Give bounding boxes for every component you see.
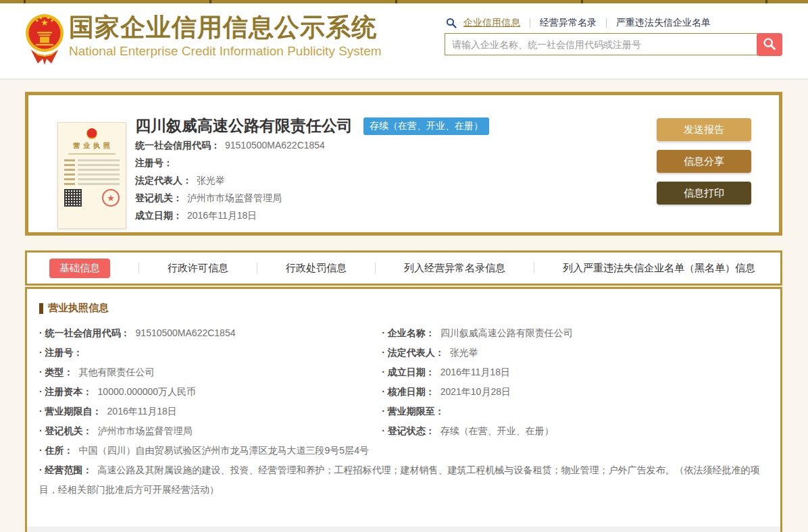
national-emblem-logo: ★ <box>24 11 65 70</box>
field-legal-representative: 法定代表人：张光举 <box>135 175 325 186</box>
license-decor-bottom: ★ <box>64 189 120 207</box>
tab-divider <box>375 263 376 273</box>
site-header: ★ 国家企业信用信息公示系统 National Enterprise Credi… <box>0 3 808 80</box>
field-registration-authority: 登记机关：泸州市市场监督管理局 <box>39 421 382 441</box>
tab-administrative-license[interactable]: 行政许可信息 <box>168 262 228 275</box>
license-decor-row <box>64 183 120 185</box>
search-input[interactable] <box>445 33 758 55</box>
nav-divider <box>530 18 530 28</box>
nav-link-credit-info[interactable]: 企业信用信息 <box>463 17 520 29</box>
tab-divider <box>138 263 139 273</box>
license-info-grid: 统一社会信用代码：91510500MA622C1854 企业名称：四川叙威高速公… <box>39 323 768 441</box>
field-company-type: 类型：其他有限责任公司 <box>39 363 382 382</box>
field-company-name: 企业名称：四川叙威高速公路有限责任公司 <box>382 323 768 343</box>
card-action-buttons: 发送报告 信息分享 信息打印 <box>657 118 751 205</box>
tab-basic-info[interactable]: 基础信息 <box>49 259 110 278</box>
license-info-panel: 营业执照信息 统一社会信用代码：91510500MA622C1854 企业名称：… <box>25 287 782 532</box>
license-decor-row <box>64 178 120 180</box>
field-registered-capital: 注册资本：10000.000000万人民币 <box>39 382 382 402</box>
license-info-wide-rows: 住所：中国（四川）自由贸易试验区泸州市龙马潭区龙马大道三段9号5层4号 经营范围… <box>39 441 768 500</box>
field-credit-code: 统一社会信用代码：91510500MA622C1854 <box>39 323 382 343</box>
license-decor-row <box>64 169 120 171</box>
tab-abnormal-operation-list[interactable]: 列入经营异常名录信息 <box>404 262 505 275</box>
field-business-scope: 经营范围：高速公路及其附属设施的建设、投资、经营管理和养护；工程招标代理；建材销… <box>39 460 768 500</box>
share-info-button[interactable]: 信息分享 <box>657 150 751 173</box>
license-emblem-icon <box>86 128 97 139</box>
tab-serious-violation-blacklist[interactable]: 列入严重违法失信企业名单（黑名单）信息 <box>563 262 755 275</box>
tab-administrative-penalty[interactable]: 行政处罚信息 <box>286 262 347 275</box>
field-establishment-date: 成立日期：2016年11月18日 <box>382 363 768 382</box>
company-summary-card: 营 业 执 照 ★ 四川叙威高速公路有限责任公司 存续（在营、开业、在册） 统一… <box>25 92 782 236</box>
section-title-row: 营业执照信息 <box>39 302 768 315</box>
qr-code <box>64 189 82 207</box>
section-title: 营业执照信息 <box>48 302 109 315</box>
nav-link-abnormal-list[interactable]: 经营异常名录 <box>540 17 597 29</box>
search-button[interactable] <box>757 33 782 56</box>
site-title-block: 国家企业信用信息公示系统 National Enterprise Credit … <box>69 12 382 59</box>
header-nav: 企业信用信息 经营异常名录 严重违法失信企业名单 <box>446 17 711 29</box>
page: ★ 国家企业信用信息公示系统 National Enterprise Credi… <box>0 0 808 532</box>
license-decor-row <box>64 164 120 166</box>
status-badge: 存续（在营、开业、在册） <box>363 117 489 135</box>
print-info-button[interactable]: 信息打印 <box>657 182 751 205</box>
nav-divider <box>606 18 607 28</box>
field-registration-number: 注册号： <box>135 157 325 169</box>
field-term-start: 营业期限自：2016年11月18日 <box>39 402 382 421</box>
page-bottom-strip <box>27 527 780 532</box>
field-term-end: 营业期限至： <box>382 402 768 421</box>
company-header: 四川叙威高速公路有限责任公司 存续（在营、开业、在册） <box>135 115 489 136</box>
field-registration-number: 注册号： <box>39 343 382 363</box>
nav-link-blacklist[interactable]: 严重违法失信企业名单 <box>616 17 711 29</box>
license-decor-row <box>64 174 120 176</box>
field-legal-representative: 法定代表人：张光举 <box>382 343 768 363</box>
field-registration-status: 登记状态：存续（在营、开业、在册） <box>382 421 768 441</box>
site-title: 国家企业信用信息公示系统 <box>69 12 382 43</box>
search-icon <box>763 37 776 53</box>
field-credit-code: 统一社会信用代码：91510500MA622C1854 <box>135 140 325 151</box>
field-establishment-date: 成立日期：2016年11月18日 <box>135 210 325 221</box>
section-marker <box>39 303 43 314</box>
red-seal-icon: ★ <box>102 189 120 207</box>
tab-divider <box>257 263 257 273</box>
company-name: 四川叙威高速公路有限责任公司 <box>135 115 353 136</box>
info-tabs: 基础信息 行政许可信息 行政处罚信息 列入经营异常名录信息 列入严重违法失信企业… <box>25 250 782 286</box>
business-license-thumbnail[interactable]: 营 业 执 照 ★ <box>57 122 126 229</box>
license-decor-line <box>68 153 116 155</box>
company-key-fields: 统一社会信用代码：91510500MA622C1854 注册号： 法定代表人：张… <box>135 140 325 228</box>
license-thumb-title: 营 业 执 照 <box>64 141 120 151</box>
license-decor-row <box>64 159 120 161</box>
send-report-button[interactable]: 发送报告 <box>657 118 751 141</box>
site-subtitle: National Enterprise Credit Information P… <box>69 44 382 59</box>
field-address: 住所：中国（四川）自由贸易试验区泸州市龙马潭区龙马大道三段9号5层4号 <box>39 441 768 460</box>
tab-divider <box>534 263 534 273</box>
svg-text:★: ★ <box>41 18 49 28</box>
search-icon <box>446 18 457 28</box>
field-registration-authority: 登记机关：泸州市市场监督管理局 <box>135 192 325 204</box>
search-bar <box>445 33 782 56</box>
field-approval-date: 核准日期：2021年10月28日 <box>382 382 768 402</box>
